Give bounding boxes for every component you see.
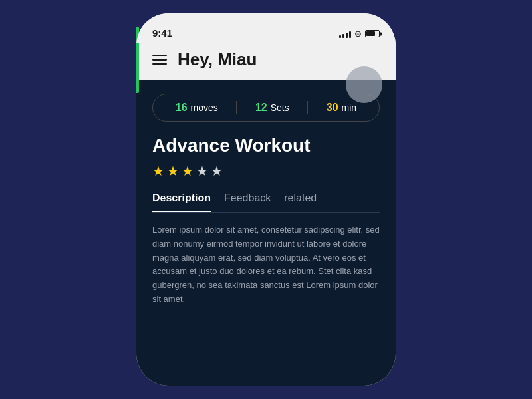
tab-related[interactable]: related [284, 192, 317, 212]
accent-bar [136, 80, 139, 93]
notch [216, 13, 316, 32]
description-text: Lorem ipsum dolor sit amet, consetetur s… [152, 223, 380, 307]
rating-stars: ★ ★ ★ ★ ★ [152, 163, 380, 179]
workout-title: Advance Workout [152, 135, 380, 156]
tab-bar: Description Feedback related [152, 192, 380, 213]
status-time: 9:41 [152, 27, 172, 39]
wifi-icon: ⊜ [354, 29, 362, 39]
star-2: ★ [167, 163, 179, 179]
star-1: ★ [152, 163, 164, 179]
battery-icon [365, 30, 380, 37]
tab-feedback[interactable]: Feedback [224, 192, 271, 212]
sets-label: Sets [271, 102, 289, 113]
status-bar: 9:41 ⊜ [136, 13, 396, 43]
star-3: ★ [182, 163, 194, 179]
min-label: min [342, 102, 357, 113]
sets-count: 12 [255, 102, 267, 114]
tab-description[interactable]: Description [152, 192, 211, 212]
min-stat: 30 min [327, 102, 356, 114]
status-icons: ⊜ [339, 29, 380, 39]
moves-label: moves [191, 102, 218, 113]
signal-icon [339, 30, 351, 38]
min-count: 30 [327, 102, 338, 114]
phone-frame: 9:41 ⊜ Hey, Miau [136, 13, 396, 386]
menu-button[interactable] [152, 55, 167, 65]
phone-body: 9:41 ⊜ Hey, Miau [136, 13, 396, 386]
main-content: 16 moves 12 Sets 30 min Advance Workout [136, 80, 396, 386]
moves-count: 16 [176, 102, 188, 114]
page-title: Hey, Miau [178, 49, 257, 70]
moves-stat: 16 moves [176, 102, 218, 114]
star-4: ★ [196, 163, 208, 179]
stats-pill: 16 moves 12 Sets 30 min [152, 94, 380, 122]
sets-stat: 12 Sets [255, 102, 289, 114]
star-5: ★ [211, 163, 223, 179]
